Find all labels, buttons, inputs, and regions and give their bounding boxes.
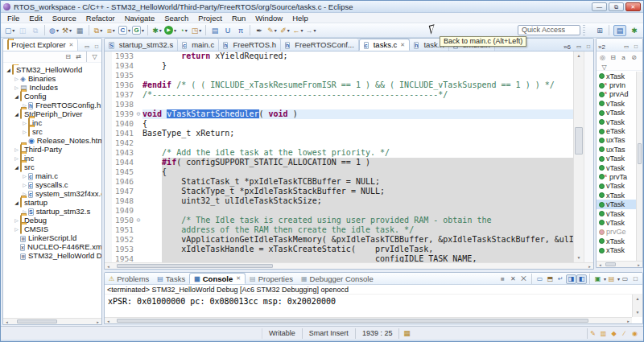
open-console-button[interactable]: ▤ [606, 274, 617, 284]
remove-launch-button[interactable]: ✕ [508, 274, 518, 284]
run-button[interactable]: ▶▾ [164, 25, 176, 36]
dropdown-arrow-icon[interactable]: ▾ [199, 27, 201, 33]
scroll-down-icon[interactable]: ▼ [574, 253, 584, 262]
editor-tab-startup-stm32-s[interactable]: Sstartup_stm32.s [105, 39, 178, 51]
scroll-up-icon[interactable]: ▲ [574, 52, 584, 60]
quick-access-input[interactable]: Quick Access [518, 25, 580, 35]
twisty-icon[interactable]: ◢ [13, 164, 20, 170]
outline-item[interactable]: vTask [597, 155, 636, 163]
tab-console[interactable]: ▦Console✕ [189, 273, 246, 284]
editor-horizontal-scrollbar[interactable]: ◂ ▸ [105, 262, 593, 269]
pi-button[interactable]: π [235, 25, 246, 36]
scroll-up-icon[interactable]: ▲ [633, 295, 642, 303]
minimize-view-button[interactable]: ▭ [574, 43, 584, 51]
view-menu-button[interactable]: ▽ [599, 62, 609, 72]
dropdown-arrow-icon[interactable]: ▾ [113, 27, 115, 33]
outline-item[interactable]: vTask [597, 117, 636, 126]
menu-search[interactable]: Search [159, 14, 193, 23]
twisty-icon[interactable]: ▷ [21, 182, 28, 187]
editor-vertical-scrollbar[interactable]: ▲ ▼ [573, 52, 584, 262]
outline-item[interactable]: uxTas [597, 136, 636, 145]
new-c-project-button[interactable]: ⧉▾ [93, 25, 104, 36]
twisty-icon[interactable]: ▷ [21, 120, 28, 126]
dropdown-arrow-icon[interactable]: ▾ [287, 27, 290, 33]
outline-item[interactable]: prvGe [597, 228, 636, 237]
tree-item[interactable]: ▷inc [3, 118, 101, 127]
tree-item[interactable]: ▷Sstartup_stm32.s [3, 207, 101, 216]
pin-console-button[interactable]: ◨ [566, 274, 576, 284]
tree-item[interactable]: ▷hFreeRTOSConfig.h [3, 101, 101, 109]
outline-item[interactable]: xTask [597, 245, 636, 254]
dropdown-arrow-icon[interactable]: ▾ [142, 27, 144, 33]
tree-item[interactable]: ≣LinkerScript.ld [3, 233, 101, 242]
outline-item[interactable]: vTask [597, 109, 636, 117]
tree-item[interactable]: ◢Config [3, 92, 101, 101]
maximize-view-button[interactable]: □ [631, 43, 641, 51]
show-when-stdout-button[interactable]: ◧ [576, 274, 587, 284]
menu-run[interactable]: Run [227, 14, 250, 23]
cpp-perspective-button[interactable]: ▤ [613, 25, 626, 36]
project-tree[interactable]: ◢STM32_HelloWorld▷◈Binaries▷▤Includes◢Co… [3, 64, 101, 318]
tree-item[interactable]: ▷src [3, 127, 101, 136]
tree-item[interactable]: xNUCLEO-F446RE.xml [3, 242, 101, 251]
dropdown-arrow-icon[interactable]: ▾ [185, 27, 188, 33]
console-output[interactable]: xPSR: 0x01000000 pc: 0x080013cc msp: 0x2… [105, 295, 632, 317]
scroll-right-icon[interactable]: ▸ [635, 262, 642, 267]
scroll-left-icon[interactable]: ◂ [3, 319, 10, 324]
tree-item[interactable]: ▷◈Binaries [3, 74, 101, 83]
twisty-icon[interactable]: ▷ [21, 129, 28, 134]
open-element-button[interactable]: ▤ [209, 25, 221, 36]
tree-item[interactable]: ◢src [3, 163, 101, 171]
dropdown-arrow-icon[interactable]: ▾ [314, 27, 316, 33]
restore-window-button[interactable]: ⧉ [609, 2, 624, 11]
debug-perspective-button[interactable]: ✱ [628, 25, 641, 36]
dropdown-arrow-icon[interactable]: ▾ [275, 27, 277, 33]
pencil-icon[interactable]: ∕ [619, 328, 630, 338]
scroll-right-icon[interactable]: ▸ [94, 319, 101, 324]
mark-occurrences-button[interactable]: ✒ [254, 25, 265, 36]
menu-edit[interactable]: Edit [24, 14, 47, 23]
fold-marker-icon[interactable]: ⊖ [134, 216, 142, 225]
outline-item[interactable]: xTask [597, 237, 636, 245]
tree-item[interactable]: ≣STM32_HelloWorld Debug [3, 251, 101, 260]
dropdown-arrow-icon[interactable]: ▾ [56, 27, 59, 33]
twisty-icon[interactable]: ◢ [13, 93, 20, 99]
editor-tab-freertos-h[interactable]: hFreeRTOS.h [219, 39, 281, 51]
outline-item[interactable]: vTask [597, 209, 636, 218]
tab-project-explorer[interactable]: Project Explorer ✕ [3, 39, 78, 51]
tree-item[interactable]: ▷csystem_stm32f4xx.c [3, 189, 101, 198]
tree-item[interactable]: ◢startup [3, 198, 101, 207]
menu-navigate[interactable]: Navigate [120, 14, 160, 23]
outline-item[interactable]: sprvIn [597, 80, 636, 89]
dropdown-arrow-icon[interactable]: ▾ [159, 27, 162, 33]
link-with-editor-button[interactable]: ⇄ [73, 52, 84, 62]
twisty-icon[interactable]: ▷ [13, 155, 20, 161]
toggle-u-button[interactable]: U [222, 25, 233, 36]
outline-horizontal-scrollbar[interactable]: ◂ ▸ [597, 261, 642, 267]
dropdown-arrow-icon[interactable]: ▾ [69, 27, 72, 33]
twisty-icon[interactable]: ▷ [13, 84, 20, 90]
editor-tab-tasks-c[interactable]: ctasks.c✕ [359, 39, 410, 51]
tab-properties[interactable]: ▤Properties [246, 273, 297, 284]
tree-item[interactable]: ◢StdPeriph_Driver [3, 109, 101, 118]
outline-item[interactable]: vTask [597, 182, 636, 191]
editor-tab-freertosconf-[interactable]: hFreeRTOSConf... [281, 39, 359, 51]
outline-list[interactable]: xTasksprvInsprvAdvTaskvTaskvTaskeTaskuxT… [597, 72, 636, 261]
outline-vertical-scrollbar[interactable] [636, 72, 642, 261]
close-icon[interactable]: ✕ [69, 42, 74, 48]
twisty-icon[interactable]: ▷ [13, 76, 20, 81]
maximize-view-button[interactable]: □ [584, 43, 593, 51]
tab-debugger-console[interactable]: ▦Debugger Console [297, 273, 378, 284]
scroll-lock-button[interactable]: ⬒ [545, 274, 555, 284]
dropdown-arrow-icon[interactable]: ▾ [174, 27, 176, 33]
fold-marker-icon[interactable]: ⊖ [134, 109, 142, 119]
twisty-icon[interactable]: ▷ [13, 226, 20, 232]
open-perspective-button[interactable]: ⊞ [593, 25, 606, 36]
tree-item[interactable]: ▷CMSIS [3, 225, 101, 233]
dropdown-arrow-icon[interactable]: ▾ [100, 27, 102, 33]
tree-item[interactable]: ▷Third-Party [3, 145, 101, 154]
tab-tasks[interactable]: ▤Tasks [153, 273, 189, 284]
feedback-icon[interactable]: ✎ [588, 328, 598, 338]
minimize-view-button[interactable]: ▭ [621, 43, 631, 51]
twisty-icon[interactable]: ▷ [21, 173, 28, 179]
